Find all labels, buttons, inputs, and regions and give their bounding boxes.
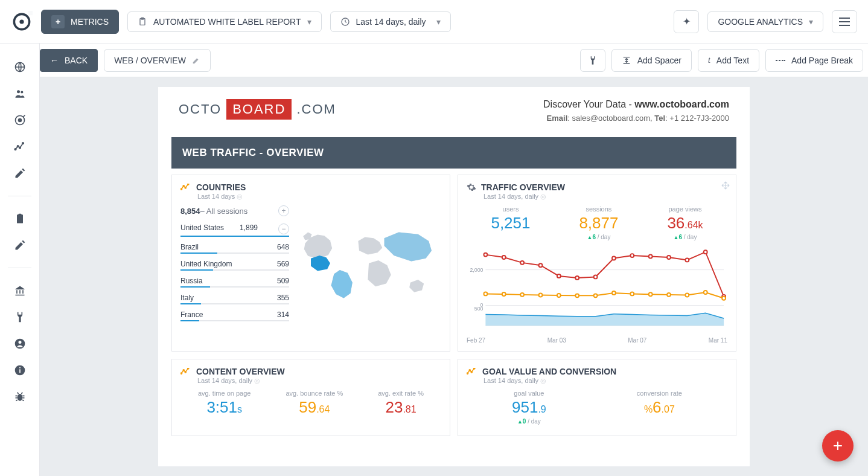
date-range-label: Last 14 days, daily	[356, 17, 426, 27]
report-name: AUTOMATED WHITE LABEL REPORT	[153, 17, 301, 27]
sparkle-icon: ✦	[683, 16, 691, 27]
topbar: + METRICS AUTOMATED WHITE LABEL REPORT ▾…	[0, 0, 868, 43]
clock-icon	[340, 17, 350, 27]
app-logo	[11, 11, 33, 33]
hamburger-icon	[839, 18, 850, 26]
date-range-selector[interactable]: Last 14 days, daily ▾	[330, 11, 451, 32]
svg-rect-2	[28, 11, 33, 15]
chevron-down-icon: ▾	[809, 17, 813, 27]
svg-point-1	[19, 19, 24, 24]
chevron-down-icon: ▾	[436, 17, 441, 27]
metrics-label: METRICS	[71, 17, 109, 27]
report-selector[interactable]: AUTOMATED WHITE LABEL REPORT ▾	[127, 11, 322, 32]
chevron-down-icon: ▾	[307, 17, 311, 27]
metrics-button[interactable]: + METRICS	[41, 10, 119, 34]
clipboard-icon	[138, 17, 147, 27]
menu-button[interactable]	[832, 10, 857, 33]
plus-icon: +	[51, 15, 65, 28]
connector-selector[interactable]: GOOGLE ANALYTICS ▾	[707, 11, 823, 32]
connector-label: GOOGLE ANALYTICS	[718, 17, 803, 27]
theme-button[interactable]: ✦	[674, 10, 699, 33]
